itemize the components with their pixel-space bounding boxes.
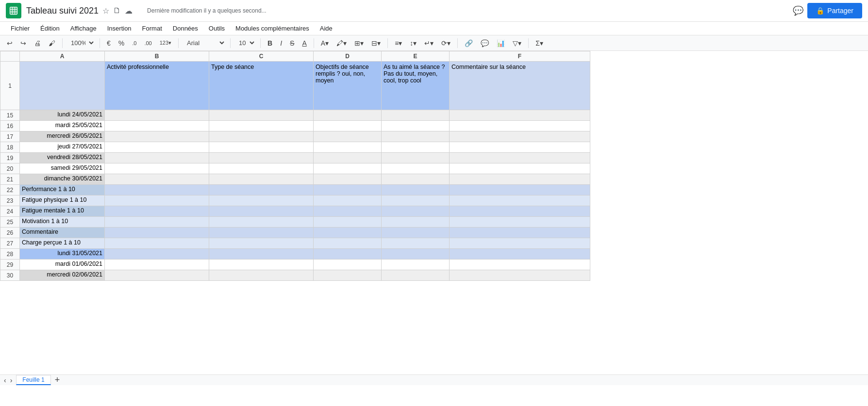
cell-25-E[interactable] xyxy=(382,217,450,227)
menu-outils[interactable]: Outils xyxy=(204,23,230,34)
cell-16-C[interactable] xyxy=(209,121,314,131)
align-vert-btn[interactable]: ↕▾ xyxy=(407,38,419,49)
menu-format[interactable]: Format xyxy=(137,23,167,34)
cell-15-F[interactable] xyxy=(450,110,590,121)
cell-26-D[interactable] xyxy=(314,227,382,238)
cell-18-A[interactable]: jeudi 27/05/2021 xyxy=(20,142,105,153)
cell-22-D[interactable] xyxy=(314,185,382,195)
cell-24-B[interactable] xyxy=(105,206,209,217)
undo-btn[interactable]: ↩ xyxy=(4,38,16,49)
header-cell-D[interactable]: Objectifs de séance remplis ? oui, non, … xyxy=(314,62,382,110)
redo-btn[interactable]: ↪ xyxy=(17,38,29,49)
header-cell-B[interactable]: Activité professionnelle xyxy=(105,62,209,110)
sheet-tab[interactable]: Feuille 1 xyxy=(16,375,50,385)
function-btn[interactable]: Σ▾ xyxy=(533,38,546,49)
menu-donnees[interactable]: Données xyxy=(168,23,203,34)
header-cell-E[interactable]: As tu aimé la séance ? Pas du tout, moye… xyxy=(382,62,450,110)
menu-fichier[interactable]: Fichier xyxy=(6,23,34,34)
cell-27-F[interactable] xyxy=(450,238,590,249)
cell-29-F[interactable] xyxy=(450,260,590,270)
underline-btn[interactable]: A xyxy=(299,38,309,49)
cell-16-E[interactable] xyxy=(382,121,450,131)
share-button[interactable]: 🔒 Partager xyxy=(807,3,862,18)
header-cell-C[interactable]: Type de séance xyxy=(209,62,314,110)
cell-17-F[interactable] xyxy=(450,131,590,142)
cell-26-A[interactable]: Commentaire xyxy=(20,227,105,238)
cell-28-C[interactable] xyxy=(209,249,314,260)
cell-22-A[interactable]: Performance 1 à 10 xyxy=(20,185,105,195)
align-left-btn[interactable]: ≡▾ xyxy=(392,38,405,49)
star-icon[interactable]: ☆ xyxy=(102,6,109,16)
print-btn[interactable]: 🖨 xyxy=(31,38,44,49)
cell-17-E[interactable] xyxy=(382,131,450,142)
cell-16-B[interactable] xyxy=(105,121,209,131)
cell-25-C[interactable] xyxy=(209,217,314,227)
cell-18-F[interactable] xyxy=(450,142,590,153)
decimal-decrease-btn[interactable]: .0 xyxy=(129,39,139,48)
paint-format-btn[interactable]: 🖌 xyxy=(46,38,58,49)
font-size-select[interactable]: 10121418 xyxy=(234,37,256,49)
cell-17-C[interactable] xyxy=(209,131,314,142)
cell-16-D[interactable] xyxy=(314,121,382,131)
cell-21-B[interactable] xyxy=(105,174,209,185)
cell-29-D[interactable] xyxy=(314,260,382,270)
cell-22-E[interactable] xyxy=(382,185,450,195)
cell-23-D[interactable] xyxy=(314,195,382,206)
comment-btn[interactable]: 💬 xyxy=(478,38,492,49)
cell-29-E[interactable] xyxy=(382,260,450,270)
cell-21-E[interactable] xyxy=(382,174,450,185)
cell-27-C[interactable] xyxy=(209,238,314,249)
cell-22-F[interactable] xyxy=(450,185,590,195)
strikethrough-btn[interactable]: S xyxy=(287,38,297,49)
cell-30-E[interactable] xyxy=(382,270,450,281)
cell-24-E[interactable] xyxy=(382,206,450,217)
cell-15-B[interactable] xyxy=(105,110,209,121)
menu-modules[interactable]: Modules complémentaires xyxy=(231,23,314,34)
rotate-btn[interactable]: ⟳▾ xyxy=(438,38,453,49)
link-btn[interactable]: 🔗 xyxy=(462,38,476,49)
cell-29-B[interactable] xyxy=(105,260,209,270)
decimal-increase-btn[interactable]: .00 xyxy=(141,39,154,48)
font-select[interactable]: ArialRobotoTimes New Roman xyxy=(183,37,226,49)
menu-insertion[interactable]: Insertion xyxy=(102,23,136,34)
cell-18-B[interactable] xyxy=(105,142,209,153)
cell-26-E[interactable] xyxy=(382,227,450,238)
bold-btn[interactable]: B xyxy=(265,38,275,49)
cell-21-C[interactable] xyxy=(209,174,314,185)
cell-19-C[interactable] xyxy=(209,153,314,163)
cell-19-B[interactable] xyxy=(105,153,209,163)
cell-18-D[interactable] xyxy=(314,142,382,153)
cell-21-A[interactable]: dimanche 30/05/2021 xyxy=(20,174,105,185)
scroll-left-btn[interactable]: ‹ xyxy=(4,376,6,384)
cloud-icon[interactable]: ☁ xyxy=(125,6,133,16)
cell-28-E[interactable] xyxy=(382,249,450,260)
cell-30-A[interactable]: mercredi 02/06/2021 xyxy=(20,270,105,281)
cell-23-B[interactable] xyxy=(105,195,209,206)
cell-25-B[interactable] xyxy=(105,217,209,227)
cell-24-D[interactable] xyxy=(314,206,382,217)
cell-21-F[interactable] xyxy=(450,174,590,185)
cell-22-C[interactable] xyxy=(209,185,314,195)
merge-btn[interactable]: ⊟▾ xyxy=(368,38,384,49)
folder-icon[interactable]: 🗋 xyxy=(113,6,121,15)
chart-btn[interactable]: 📊 xyxy=(494,38,508,49)
cell-30-D[interactable] xyxy=(314,270,382,281)
cell-17-B[interactable] xyxy=(105,131,209,142)
cell-19-D[interactable] xyxy=(314,153,382,163)
cell-20-C[interactable] xyxy=(209,163,314,174)
cell-26-C[interactable] xyxy=(209,227,314,238)
cell-26-F[interactable] xyxy=(450,227,590,238)
currency-btn[interactable]: € xyxy=(104,38,114,49)
cell-27-B[interactable] xyxy=(105,238,209,249)
menu-aide[interactable]: Aide xyxy=(315,23,337,34)
cell-15-E[interactable] xyxy=(382,110,450,121)
cell-15-A[interactable]: lundi 24/05/2021 xyxy=(20,110,105,121)
menu-edition[interactable]: Édition xyxy=(35,23,65,34)
cell-20-B[interactable] xyxy=(105,163,209,174)
cell-20-E[interactable] xyxy=(382,163,450,174)
percent-btn[interactable]: % xyxy=(116,38,127,49)
cell-21-D[interactable] xyxy=(314,174,382,185)
cell-28-B[interactable] xyxy=(105,249,209,260)
add-sheet-btn[interactable]: + xyxy=(55,375,60,385)
cell-26-B[interactable] xyxy=(105,227,209,238)
